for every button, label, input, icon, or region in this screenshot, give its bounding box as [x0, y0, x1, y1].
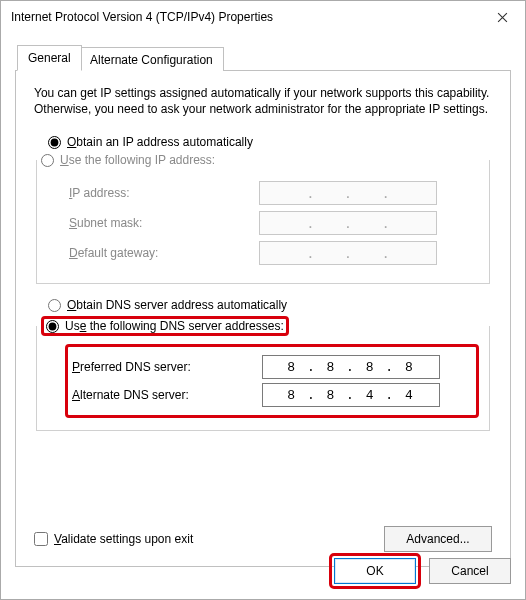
titlebar: Internet Protocol Version 4 (TCP/IPv4) P… [1, 1, 525, 33]
ip-auto-radio[interactable] [48, 136, 61, 149]
bottom-row: Validate settings upon exit Advanced... [34, 526, 492, 552]
tab-strip: General Alternate Configuration [15, 47, 511, 71]
subnet-mask-input: . . . [259, 211, 437, 235]
dns-fields-highlight: Preferred DNS server: 8 . 8 . 8 . 8 Alte… [65, 344, 479, 418]
window-title: Internet Protocol Version 4 (TCP/IPv4) P… [11, 10, 479, 24]
ip-manual-radio[interactable] [41, 154, 54, 167]
validate-label: Validate settings upon exit [54, 532, 193, 546]
ip-auto-row[interactable]: Obtain an IP address automatically [48, 135, 492, 149]
dialog-footer: OK Cancel [329, 553, 511, 589]
tab-general[interactable]: General [17, 45, 82, 71]
close-icon [497, 12, 508, 23]
ip-address-input: . . . [259, 181, 437, 205]
alternate-dns-input[interactable]: 8 . 8 . 4 . 4 [262, 383, 440, 407]
subnet-mask-label: Subnet mask: [69, 216, 259, 230]
tab-panel-general: You can get IP settings assigned automat… [15, 71, 511, 567]
cancel-button[interactable]: Cancel [429, 558, 511, 584]
validate-checkbox-row[interactable]: Validate settings upon exit [34, 532, 193, 546]
validate-checkbox[interactable] [34, 532, 48, 546]
intro-text: You can get IP settings assigned automat… [34, 85, 492, 117]
dialog-window: Internet Protocol Version 4 (TCP/IPv4) P… [0, 0, 526, 600]
ip-auto-label: Obtain an IP address automatically [67, 135, 253, 149]
close-button[interactable] [479, 1, 525, 33]
alternate-dns-label: Alternate DNS server: [72, 388, 262, 402]
advanced-button[interactable]: Advanced... [384, 526, 492, 552]
dns-auto-radio[interactable] [48, 299, 61, 312]
ok-button[interactable]: OK [334, 558, 416, 584]
tab-alternate-configuration[interactable]: Alternate Configuration [79, 47, 224, 71]
ip-manual-group: Use the following IP address: IP address… [36, 153, 490, 284]
ok-highlight: OK [329, 553, 421, 589]
dns-manual-label: Usee the following DNS server addresses:… [65, 319, 284, 333]
dns-auto-label: Obtain DNS server address automatically [67, 298, 287, 312]
default-gateway-input: . . . [259, 241, 437, 265]
dns-manual-group: Usee the following DNS server addresses:… [36, 316, 490, 431]
default-gateway-label: Default gateway: [69, 246, 259, 260]
ip-address-label: IP address: [69, 186, 259, 200]
ip-manual-label: Use the following IP address: [60, 153, 215, 167]
preferred-dns-input[interactable]: 8 . 8 . 8 . 8 [262, 355, 440, 379]
dns-auto-row[interactable]: Obtain DNS server address automatically [48, 298, 492, 312]
preferred-dns-label: Preferred DNS server: [72, 360, 262, 374]
dns-manual-radio[interactable] [46, 320, 59, 333]
